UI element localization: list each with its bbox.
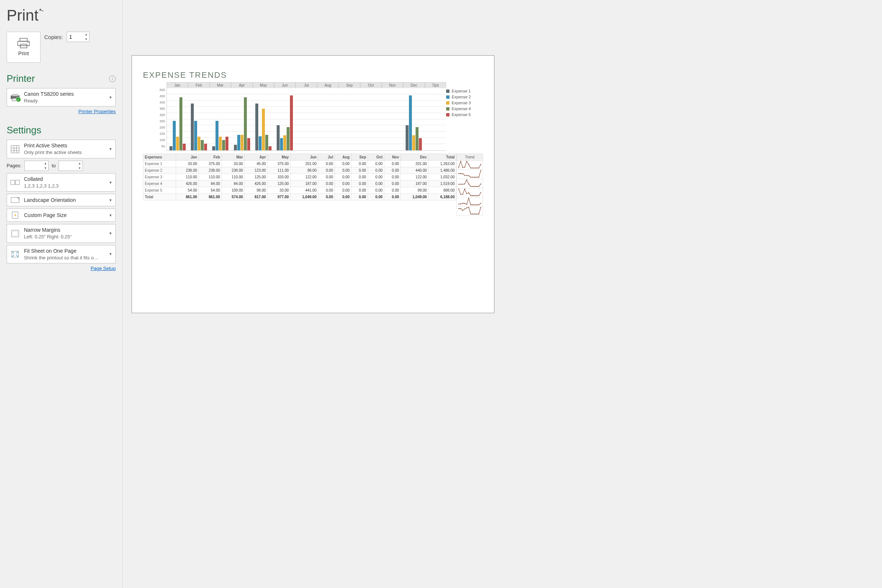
pages-to-down[interactable]: ▼ xyxy=(76,166,82,171)
svg-point-38 xyxy=(468,176,470,177)
svg-point-83 xyxy=(462,210,464,211)
margins-title: Narrow Margins xyxy=(24,226,105,234)
svg-point-89 xyxy=(474,214,475,215)
svg-point-29 xyxy=(474,168,475,169)
printer-selector[interactable]: ✓ Canon TS8200 series Ready ▼ xyxy=(7,88,116,106)
pages-label: Pages: xyxy=(7,163,21,168)
sparkline xyxy=(456,188,483,198)
print-what-sub: Only print the active sheets xyxy=(24,149,105,156)
svg-point-52 xyxy=(472,186,473,187)
svg-rect-7 xyxy=(11,146,19,153)
copies-input[interactable] xyxy=(67,32,83,42)
svg-point-88 xyxy=(472,214,473,215)
svg-rect-2 xyxy=(20,44,27,48)
svg-point-65 xyxy=(474,195,475,196)
svg-point-87 xyxy=(470,214,471,215)
svg-point-21 xyxy=(458,167,459,168)
sparkline xyxy=(456,179,483,188)
copies-down[interactable]: ▼ xyxy=(83,37,89,42)
chevron-down-icon: ▼ xyxy=(109,147,112,151)
svg-rect-5 xyxy=(12,94,18,96)
printer-section-header: Printer i xyxy=(7,73,116,84)
collation-title: Collated xyxy=(24,176,105,183)
svg-point-26 xyxy=(468,164,470,165)
svg-point-40 xyxy=(472,177,473,178)
svg-point-59 xyxy=(462,194,464,195)
chart-legend: Expense 1Expense 2Expense 3Expense 4Expe… xyxy=(446,82,483,151)
pages-to-up[interactable]: ▲ xyxy=(76,161,82,166)
margins-selector[interactable]: Narrow Margins Left: 0.25" Right: 0.25" … xyxy=(7,224,116,242)
svg-point-66 xyxy=(476,195,477,196)
orientation-selector[interactable]: Landscape Orientation ▼ xyxy=(7,194,116,206)
orientation-title: Landscape Orientation xyxy=(24,197,105,204)
svg-rect-19 xyxy=(12,231,18,236)
sparkline xyxy=(456,160,483,170)
svg-point-58 xyxy=(460,194,461,195)
copies-stepper[interactable]: ▲ ▼ xyxy=(67,32,90,42)
svg-point-42 xyxy=(476,177,477,178)
scaling-selector[interactable]: Fit Sheet on One Page Shrink the printou… xyxy=(7,245,116,263)
pages-to-stepper[interactable]: ▲▼ xyxy=(58,160,83,171)
pages-from-input[interactable] xyxy=(25,161,42,171)
page-size-title: Custom Page Size xyxy=(24,212,105,219)
printer-name: Canon TS8200 series xyxy=(24,91,105,98)
svg-point-78 xyxy=(476,204,477,206)
svg-rect-12 xyxy=(10,180,15,184)
svg-rect-1 xyxy=(18,41,30,46)
print-button-label: Print xyxy=(18,51,29,56)
printer-device-icon: ✓ xyxy=(10,93,20,101)
svg-point-46 xyxy=(460,184,461,185)
svg-point-24 xyxy=(464,167,465,168)
svg-point-31 xyxy=(478,168,479,169)
svg-marker-15 xyxy=(17,198,19,200)
sparkline xyxy=(456,207,483,216)
svg-point-80 xyxy=(480,203,482,204)
table-row: Expense 4426.0084.0084.00426.00125.00187… xyxy=(143,180,456,187)
print-what-title: Print Active Sheets xyxy=(24,142,105,149)
chevron-down-icon: ▼ xyxy=(109,213,112,218)
landscape-icon xyxy=(10,196,20,204)
svg-point-49 xyxy=(466,179,468,180)
pages-to-input[interactable] xyxy=(59,161,76,171)
print-what-selector[interactable]: Print Active Sheets Only print the activ… xyxy=(7,140,116,158)
sheets-icon xyxy=(10,145,20,153)
margins-sub: Left: 0.25" Right: 0.25" xyxy=(24,234,105,240)
collation-selector[interactable]: Collated 1,2,3 1,2,3 1,2,3 ▼ xyxy=(7,173,116,192)
svg-point-25 xyxy=(466,161,468,162)
svg-point-23 xyxy=(462,167,464,168)
sparkline xyxy=(456,198,483,207)
info-icon[interactable]: i xyxy=(109,75,116,82)
svg-point-51 xyxy=(470,186,471,187)
pages-from-up[interactable]: ▲ xyxy=(42,161,48,166)
svg-point-27 xyxy=(470,168,471,169)
svg-point-82 xyxy=(460,208,461,209)
table-body: Expense 133.00375.0033.0045.00375.00201.… xyxy=(143,160,456,200)
pages-from-stepper[interactable]: ▲▼ xyxy=(24,160,49,171)
page-size-selector[interactable]: ✶ Custom Page Size ▼ xyxy=(7,208,116,222)
sparkline xyxy=(456,170,483,179)
collated-icon xyxy=(10,179,20,186)
svg-text:✶: ✶ xyxy=(14,213,17,218)
pages-to-label: to xyxy=(52,163,56,168)
copies-label: Copies: xyxy=(44,34,63,40)
svg-point-33 xyxy=(458,173,459,174)
page-setup-link[interactable]: Page Setup xyxy=(91,266,116,271)
svg-point-37 xyxy=(466,175,468,176)
svg-point-43 xyxy=(478,177,479,178)
svg-point-62 xyxy=(468,192,470,194)
print-button[interactable]: Print xyxy=(7,32,40,63)
svg-point-61 xyxy=(466,193,468,194)
scaling-title: Fit Sheet on One Page xyxy=(24,248,105,255)
svg-point-68 xyxy=(480,192,482,194)
svg-point-41 xyxy=(474,177,475,178)
copies-up[interactable]: ▲ xyxy=(83,32,89,37)
svg-point-48 xyxy=(464,183,465,184)
chart-month-headers: JanFebMarAprMayJunJulAugSepOctNovDecTips xyxy=(166,82,446,88)
chevron-down-icon: ▼ xyxy=(109,95,112,99)
svg-rect-0 xyxy=(20,38,27,41)
pages-from-down[interactable]: ▼ xyxy=(42,166,48,171)
printer-properties-link[interactable]: Printer Properties xyxy=(78,109,116,114)
expense-table: ExpensesJanFebMarAprMayJunJulAugSepOctNo… xyxy=(143,154,483,216)
collation-sub: 1,2,3 1,2,3 1,2,3 xyxy=(24,183,105,189)
svg-point-76 xyxy=(472,204,473,206)
